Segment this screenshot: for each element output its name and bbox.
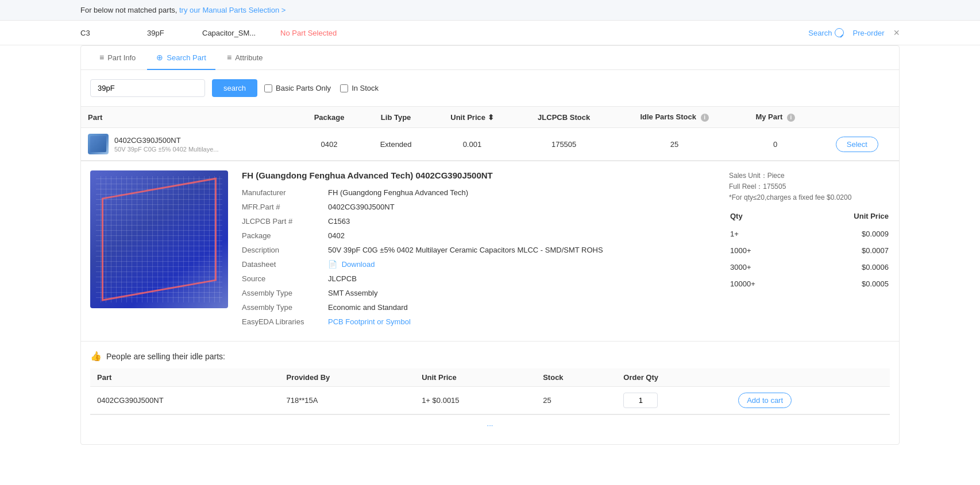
idle-table-row: 0402CG390J500NT 718**15A 1+ $0.0015 25 A… — [90, 387, 890, 414]
idle-order-qty — [616, 387, 731, 414]
manual-parts-link[interactable]: try our Manual Parts Selection > — [179, 6, 285, 14]
pricing-price-3: $0.0006 — [797, 259, 889, 275]
tab-part-info[interactable]: ≡ Part Info — [90, 46, 145, 70]
pricing-row-2: 1000+ $0.0007 — [730, 243, 889, 258]
search-part-icon: ⊕ — [156, 53, 163, 62]
detail-title: FH (Guangdong Fenghua Advanced Tech) 040… — [242, 170, 715, 180]
idle-col-unit-price: Unit Price — [415, 368, 536, 387]
idle-part-name: 0402CG390J500NT — [90, 387, 280, 414]
lib-type-cell: Extended — [362, 128, 430, 161]
unit-price-cell: 0.001 — [430, 128, 515, 161]
package-cell: 0402 — [296, 128, 362, 161]
search-icon — [835, 28, 844, 37]
source-label: Source — [242, 274, 328, 283]
table-row: 0402CG390J500NT 50V 39pF C0G ±5% 0402 Mu… — [81, 128, 899, 161]
fixed-fee-note: *For qty≤20,charges a fixed fee $0.0200 — [729, 192, 890, 203]
idle-col-action — [731, 368, 890, 387]
checkbox-group: Basic Parts Only In Stock — [264, 84, 379, 92]
pricing-price-header: Unit Price — [797, 212, 889, 225]
detail-info: FH (Guangdong Fenghua Advanced Tech) 040… — [242, 170, 715, 332]
idle-table: Part Provided By Unit Price Stock Order … — [90, 368, 890, 414]
jlcpcb-stock-cell: 175505 — [515, 128, 613, 161]
basic-parts-checkbox[interactable] — [264, 84, 272, 92]
parts-table: Part Package Lib Type Unit Price ⬍ JLCPC… — [81, 106, 899, 161]
pricing-price-4: $0.0005 — [797, 276, 889, 292]
part-package: Capacitor_SM... — [202, 29, 271, 37]
detail-easyeda: EasyEDA Libraries PCB Footprint or Symbo… — [242, 317, 715, 326]
pricing-panel: Sales Unit：Piece Full Reel：175505 *For q… — [729, 170, 890, 332]
col-lib-type: Lib Type — [362, 107, 430, 128]
idle-section: 👍 People are selling their idle parts: P… — [81, 341, 899, 444]
sales-unit: Sales Unit：Piece — [729, 170, 890, 181]
idle-stock-cell: 25 — [613, 128, 735, 161]
idle-provided-by: 718**15A — [280, 387, 415, 414]
idle-stock: 25 — [536, 387, 616, 414]
part-value: 39pF — [147, 29, 193, 37]
pricing-meta: Sales Unit：Piece Full Reel：175505 *For q… — [729, 170, 890, 204]
banner-text: For below not matched parts, — [80, 6, 179, 14]
pricing-qty-2: 1000+ — [730, 243, 796, 258]
basic-parts-checkbox-label[interactable]: Basic Parts Only — [264, 84, 331, 92]
part-ref: C3 — [80, 29, 138, 37]
col-action — [815, 107, 899, 128]
in-stock-label: In Stock — [352, 84, 379, 92]
more-row[interactable]: ··· — [90, 414, 890, 435]
description-value: 50V 39pF C0G ±5% 0402 Multilayer Ceramic… — [328, 246, 603, 254]
idle-qty-min: 1+ — [422, 396, 430, 405]
part-desc: 50V 39pF C0G ±5% 0402 Multilaye... — [114, 146, 219, 153]
select-button[interactable]: Select — [836, 137, 878, 152]
assembly-type-2-value: Economic and Standard — [328, 303, 408, 312]
manufacturer-label: Manufacturer — [242, 188, 328, 197]
part-cell: 0402CG390J500NT 50V 39pF C0G ±5% 0402 Mu… — [81, 128, 296, 161]
easyeda-link[interactable]: PCB Footprint or Symbol — [328, 317, 411, 326]
tab-bar: ≡ Part Info ⊕ Search Part ≡ Attribute — [81, 46, 899, 70]
col-jlcpcb-stock: JLCPCB Stock — [515, 107, 613, 128]
mfr-part-label: MFR.Part # — [242, 203, 328, 211]
qty-input[interactable] — [623, 393, 658, 408]
datasheet-download-link[interactable]: Download — [342, 260, 375, 269]
jlcpcb-part-label: JLCPCB Part # — [242, 217, 328, 226]
detail-mfr-part: MFR.Part # 0402CG390J500NT — [242, 203, 715, 211]
col-my-part: My Part i — [736, 107, 815, 128]
attribute-icon: ≡ — [227, 53, 232, 62]
tab-attribute[interactable]: ≡ Attribute — [218, 46, 272, 70]
search-text: Search — [808, 29, 832, 37]
in-stock-checkbox-label[interactable]: In Stock — [340, 84, 379, 92]
jlcpcb-part-value: C1563 — [328, 217, 350, 226]
tab-attribute-label: Attribute — [235, 53, 263, 62]
no-part-selected: No Part Selected — [280, 29, 799, 37]
easyeda-label: EasyEDA Libraries — [242, 317, 328, 326]
detail-datasheet: Datasheet 📄 Download — [242, 260, 715, 269]
pricing-row-4: 10000+ $0.0005 — [730, 276, 889, 292]
idle-col-provided-by: Provided By — [280, 368, 415, 387]
search-input[interactable] — [90, 79, 205, 97]
detail-jlcpcb-part: JLCPCB Part # C1563 — [242, 217, 715, 226]
close-button[interactable]: × — [893, 28, 900, 38]
pricing-qty-4: 10000+ — [730, 276, 796, 292]
col-package: Package — [296, 107, 362, 128]
search-button[interactable]: Search — [808, 28, 843, 37]
idle-price-value: $0.0015 — [433, 396, 460, 405]
search-bar: search Basic Parts Only In Stock — [81, 70, 899, 106]
part-thumbnail — [88, 134, 109, 154]
pricing-qty-header: Qty — [730, 212, 796, 225]
top-banner: For below not matched parts, try our Man… — [0, 0, 980, 21]
search-submit-button[interactable]: search — [212, 79, 257, 97]
pricing-table: Qty Unit Price 1+ $0.0009 1000+ $0.0007 — [729, 211, 890, 293]
in-stock-checkbox[interactable] — [340, 84, 348, 92]
manufacturer-value: FH (Guangdong Fenghua Advanced Tech) — [328, 188, 468, 197]
idle-stock-info-icon[interactable]: i — [701, 114, 709, 122]
detail-panel: FH (Guangdong Fenghua Advanced Tech) 040… — [81, 161, 899, 341]
source-value: JLCPCB — [328, 274, 357, 283]
tab-part-info-label: Part Info — [107, 53, 136, 62]
my-part-info-icon[interactable]: i — [787, 114, 795, 122]
easyeda-value: PCB Footprint or Symbol — [328, 317, 411, 326]
pricing-qty-3: 3000+ — [730, 259, 796, 275]
preorder-button[interactable]: Pre-order — [853, 29, 885, 37]
idle-title-text: People are selling their idle parts: — [106, 352, 225, 361]
assembly-type-1-label: Assembly Type — [242, 289, 328, 297]
detail-manufacturer: Manufacturer FH (Guangdong Fenghua Advan… — [242, 188, 715, 197]
pricing-row-3: 3000+ $0.0006 — [730, 259, 889, 275]
tab-search-part[interactable]: ⊕ Search Part — [147, 46, 215, 70]
add-to-cart-button[interactable]: Add to cart — [738, 393, 792, 408]
